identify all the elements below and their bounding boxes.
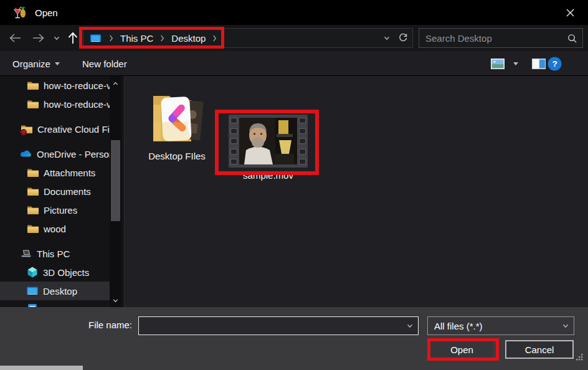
refresh-button[interactable] (395, 29, 411, 47)
organize-button[interactable]: Organize (12, 51, 60, 76)
sidebar-item-label: This PC (37, 249, 70, 259)
sidebar-item-3d-objects[interactable]: 3D Objects (0, 263, 110, 282)
chevron-down-icon (111, 296, 120, 305)
sidebar-scrollbar[interactable] (110, 76, 121, 307)
chevron-down-icon (557, 321, 574, 330)
forward-arrow-icon (32, 32, 45, 44)
file-type-value: All files (*.*) (428, 321, 557, 331)
scroll-down-button[interactable] (110, 294, 121, 306)
sidebar-item-label: 3D Objects (43, 267, 89, 278)
content-area: how-to-reduce-v how-to-reduce-v @ Creati… (0, 76, 588, 307)
search-box (419, 28, 583, 48)
desktop-monitor-icon (26, 285, 39, 297)
close-button[interactable] (552, 0, 588, 25)
sidebar-item-label: Documents (44, 186, 91, 197)
folder-icon (27, 222, 39, 235)
file-item-desktop-files[interactable]: Desktop FIles (133, 88, 220, 161)
svg-text:?: ? (552, 59, 557, 69)
screen-edge-strip (0, 366, 83, 370)
preview-pane-button[interactable] (531, 56, 547, 71)
organize-label: Organize (12, 59, 50, 69)
new-folder-button[interactable]: New folder (82, 51, 127, 76)
sidebar-item-wood[interactable]: wood (0, 219, 110, 238)
back-arrow-icon (8, 32, 22, 44)
forward-button[interactable] (31, 31, 46, 45)
document-icon (26, 303, 39, 308)
up-arrow-icon (67, 31, 79, 45)
video-frame-preview (239, 118, 297, 164)
sidebar-item-label: Attachments (44, 168, 95, 178)
view-options-dropdown[interactable] (511, 56, 521, 71)
sidebar-item-this-pc[interactable]: This PC (0, 244, 110, 263)
chevron-down-icon (405, 321, 414, 330)
command-toolbar: Organize New folder (0, 51, 588, 76)
sidebar-item-attachments[interactable]: Attachments (0, 163, 110, 182)
search-button[interactable] (561, 29, 582, 47)
address-bar[interactable]: This PC Desktop (83, 28, 413, 48)
dialog-footer: File name: All files (*.*) Open Cancel (0, 307, 588, 370)
file-name-input[interactable] (139, 317, 402, 334)
sidebar-item-how-to-reduce-2[interactable]: how-to-reduce-v (0, 95, 110, 113)
handbrake-app-icon (13, 6, 27, 20)
breadcrumb-separator-icon (209, 34, 220, 43)
sidebar-item-pictures[interactable]: Pictures (0, 201, 110, 219)
breadcrumb-desktop[interactable]: Desktop (168, 29, 209, 47)
folder-icon (27, 185, 39, 197)
sidebar-item-onedrive[interactable]: OneDrive - Person (0, 145, 110, 163)
picture-view-icon (490, 58, 505, 70)
address-dropdown-button[interactable] (379, 29, 395, 47)
file-name-label: File name: (25, 320, 132, 330)
file-name-combo (138, 316, 419, 335)
sidebar-item-how-to-reduce-1[interactable]: how-to-reduce-v (0, 76, 110, 95)
search-input[interactable] (419, 33, 561, 44)
chevron-down-icon (513, 62, 518, 65)
help-icon: ? (548, 57, 562, 71)
sidebar-item-label: OneDrive - Person (37, 149, 110, 159)
navigation-sidebar: how-to-reduce-v how-to-reduce-v @ Creati… (0, 76, 125, 307)
back-button[interactable] (7, 31, 22, 45)
sidebar-item-label: how-to-reduce-v (44, 80, 110, 91)
sidebar-item-label: Pictures (44, 205, 77, 216)
view-thumbnails-button[interactable] (490, 56, 506, 71)
file-item-sample-mov[interactable]: sample.mov (229, 115, 308, 181)
navigation-bar: This PC Desktop (0, 25, 588, 51)
chevron-up-icon (111, 80, 120, 88)
open-button[interactable]: Open (431, 341, 493, 358)
breadcrumb-separator-icon (157, 34, 168, 43)
file-name-dropdown-button[interactable] (402, 317, 418, 334)
sidebar-item-label: how-to-reduce-v (44, 99, 110, 110)
this-pc-monitor-icon (89, 32, 102, 44)
sidebar-item-documents[interactable]: Documents (0, 182, 110, 201)
breadcrumb-this-pc[interactable]: This PC (116, 29, 157, 47)
resize-grip[interactable] (576, 353, 583, 361)
video-filmstrip-thumbnail (229, 115, 308, 168)
folder-icon (27, 166, 39, 179)
sidebar-item-label: wood (44, 224, 66, 234)
creative-cloud-folder-icon: @ (21, 123, 33, 135)
window-title: Open (35, 7, 58, 18)
onedrive-cloud-icon (19, 148, 32, 160)
scrollbar-thumb[interactable] (111, 140, 120, 221)
sidebar-item-desktop[interactable]: Desktop (0, 282, 110, 300)
help-button[interactable]: ? (547, 56, 562, 71)
breadcrumb-root[interactable] (83, 29, 106, 47)
preview-pane-icon (531, 58, 546, 70)
folder-icon (27, 79, 39, 92)
folder-icon (27, 204, 39, 216)
scroll-up-button[interactable] (110, 77, 121, 90)
sidebar-item-partial[interactable] (0, 301, 110, 307)
sidebar-item-label: Creative Cloud File (37, 124, 110, 135)
up-button[interactable] (65, 31, 80, 45)
folder-icon (27, 98, 39, 110)
open-dialog-window: Open (0, 0, 588, 370)
refresh-icon (398, 33, 408, 43)
cancel-button[interactable]: Cancel (505, 340, 574, 359)
breadcrumb-separator-icon (106, 34, 116, 43)
file-type-select[interactable]: All files (*.*) (427, 316, 574, 335)
sidebar-item-creative-cloud-files[interactable]: @ Creative Cloud File (0, 120, 110, 138)
recent-locations-dropdown[interactable] (51, 31, 62, 45)
close-icon (566, 8, 575, 17)
chevron-down-icon (382, 34, 391, 42)
svg-text:@: @ (22, 130, 26, 134)
this-pc-icon (20, 247, 32, 260)
